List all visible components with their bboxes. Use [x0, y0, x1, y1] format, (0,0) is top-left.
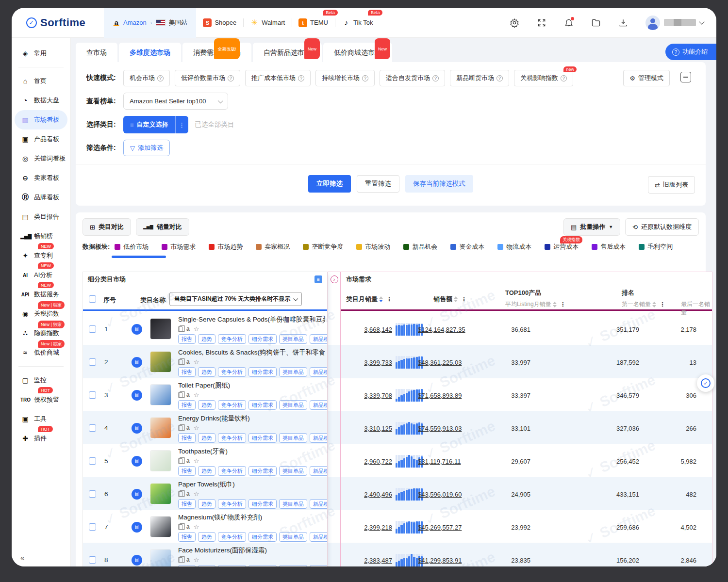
- apply-filter-button[interactable]: 立即筛选: [308, 175, 351, 193]
- row-checkbox[interactable]: [89, 325, 96, 333]
- marketplace-temu[interactable]: tTEMUBeta: [292, 8, 335, 38]
- revenue-header[interactable]: 销售额 ⋮: [433, 295, 467, 304]
- sidebar-item-market-board[interactable]: ▥市场看板: [15, 110, 67, 129]
- action-chip[interactable]: 类目单品: [279, 433, 307, 443]
- action-chip[interactable]: 细分需求: [248, 433, 277, 443]
- amazon-link-icon[interactable]: a: [186, 556, 190, 563]
- tab-consumer-demand[interactable]: 消费需求选市场全新改版!: [182, 43, 251, 62]
- column-menu-icon[interactable]: ⋮: [386, 296, 392, 303]
- sorftime-assistant-button[interactable]: ✓: [697, 374, 714, 392]
- sidebar-item-product-board[interactable]: ▣产品看板: [12, 129, 70, 149]
- collapse-sidebar-button[interactable]: «: [20, 553, 24, 562]
- quick-mode-chip[interactable]: 新品断货市场?: [450, 70, 509, 86]
- action-chip[interactable]: 竞争分析: [218, 367, 246, 377]
- sidebar-item-plugin[interactable]: ✚插件HOT: [12, 429, 70, 448]
- panel-pin-icon[interactable]: ≡: [314, 275, 322, 283]
- report-circle-icon[interactable]: 目: [132, 423, 142, 434]
- sidebar-item-tro-warning[interactable]: TRO侵权预警HOT: [12, 390, 70, 409]
- old-list-button[interactable]: ⇄ 旧版列表: [648, 176, 695, 194]
- action-chip[interactable]: 细分需求: [248, 499, 277, 509]
- amazon-link-icon[interactable]: a: [186, 358, 190, 365]
- report-circle-icon[interactable]: 目: [132, 555, 142, 566]
- category-compare-button[interactable]: ⊞ 类目对比: [83, 218, 131, 236]
- favorite-star-icon[interactable]: ☆: [194, 457, 199, 465]
- marketplace-walmart[interactable]: ✳Walmart: [243, 8, 292, 38]
- action-chip[interactable]: 细分需求: [248, 334, 277, 344]
- row-checkbox[interactable]: [89, 523, 96, 531]
- copy-icon[interactable]: [178, 524, 182, 530]
- action-chip[interactable]: 类目单品: [279, 532, 307, 542]
- quick-mode-chip[interactable]: 持续增长市场?: [315, 70, 375, 86]
- monthly-sales-link[interactable]: 2,960,722: [341, 458, 392, 465]
- copy-icon[interactable]: [178, 326, 182, 332]
- favorite-star-icon[interactable]: ☆: [194, 556, 199, 564]
- more-options-icon[interactable]: ⋮: [176, 116, 188, 133]
- action-chip[interactable]: 报告: [178, 433, 196, 443]
- notification-icon[interactable]: [564, 18, 574, 28]
- custom-category-button[interactable]: ≡自定义选择 ⋮: [123, 116, 188, 133]
- settings-icon[interactable]: [510, 18, 519, 28]
- tab-check-market[interactable]: 查市场: [76, 43, 117, 62]
- action-chip[interactable]: 竞争分析: [218, 466, 246, 476]
- revenue-link[interactable]: $124,164,827.35: [418, 326, 465, 333]
- action-chip[interactable]: 趋势: [198, 499, 215, 509]
- brand-logo[interactable]: ✓ Sorftime: [26, 16, 94, 29]
- report-circle-icon[interactable]: 目: [132, 489, 142, 500]
- quick-mode-chip[interactable]: 低评价数量市场?: [175, 70, 240, 86]
- marketplace-shopee[interactable]: SShopee: [196, 8, 243, 38]
- report-circle-icon[interactable]: 目: [132, 324, 142, 335]
- marketplace-amazon[interactable]: aAmazon›美国站: [104, 8, 196, 38]
- quick-mode-chip[interactable]: 适合自发货市场?: [380, 70, 445, 86]
- horizontal-scrollbar[interactable]: [83, 256, 699, 258]
- favorite-star-icon[interactable]: ☆: [194, 325, 199, 333]
- sidebar-item-home[interactable]: ⌂首页: [12, 71, 70, 91]
- tab-low-price-select[interactable]: 低价商城选市场New: [323, 43, 392, 62]
- action-chip[interactable]: 细分需求: [248, 367, 277, 377]
- column-menu-icon[interactable]: ⋮: [660, 301, 665, 308]
- monthly-sales-link[interactable]: 2,490,496: [341, 491, 392, 498]
- action-chip[interactable]: 趋势: [198, 466, 215, 476]
- copy-icon[interactable]: [178, 491, 182, 497]
- monthly-sales-header[interactable]: 类目月销量 ⋮: [346, 295, 392, 304]
- marketplace-tiktok[interactable]: ♪Tik TokBeta: [335, 8, 380, 38]
- action-chip[interactable]: 新品榜: [310, 565, 327, 566]
- account-menu[interactable]: [645, 16, 704, 30]
- copy-icon[interactable]: [178, 458, 182, 464]
- fullscreen-icon[interactable]: [537, 18, 546, 28]
- monthly-sales-link[interactable]: 3,399,733: [341, 359, 392, 366]
- action-chip[interactable]: 新品榜: [310, 433, 327, 443]
- action-chip[interactable]: 新品榜: [310, 400, 327, 410]
- revenue-link[interactable]: $71,658,893.89: [418, 392, 462, 399]
- first-sales-header[interactable]: 第一名销量 ⋮: [622, 300, 665, 308]
- action-chip[interactable]: 细分需求: [248, 532, 277, 542]
- action-chip[interactable]: 报告: [178, 334, 196, 344]
- action-chip[interactable]: 细分需求: [248, 400, 277, 410]
- report-circle-icon[interactable]: 目: [132, 456, 142, 467]
- report-circle-icon[interactable]: 目: [132, 390, 142, 401]
- action-chip[interactable]: 趋势: [198, 334, 215, 344]
- action-chip[interactable]: 报告: [178, 532, 196, 542]
- monthly-sales-link[interactable]: 3,310,125: [341, 425, 392, 432]
- action-chip[interactable]: 新品榜: [310, 499, 327, 509]
- revenue-link[interactable]: $45,269,557.27: [418, 524, 462, 531]
- action-chip[interactable]: 类目单品: [279, 367, 307, 377]
- action-chip[interactable]: 报告: [178, 499, 196, 509]
- favorite-star-icon[interactable]: ☆: [194, 358, 199, 366]
- sidebar-item-low-price-mall[interactable]: ≈低价商城New | 独家: [12, 343, 70, 362]
- folder-icon[interactable]: [591, 18, 601, 28]
- manage-mode-button[interactable]: ⚙ 管理模式: [623, 70, 670, 86]
- report-circle-icon[interactable]: 目: [132, 522, 142, 533]
- copy-icon[interactable]: [178, 425, 182, 431]
- select-all-checkbox[interactable]: [89, 295, 96, 303]
- action-chip[interactable]: 细分需求: [248, 466, 277, 476]
- expand-panel-icon[interactable]: ›: [331, 275, 338, 283]
- add-filter-button[interactable]: ▽ 添加筛选: [123, 140, 170, 156]
- batch-operations-button[interactable]: ▤ 批量操作 ▼: [563, 218, 620, 236]
- action-chip[interactable]: 竞争分析: [218, 499, 246, 509]
- sidebar-item-keyword-board[interactable]: ◎关键词看板: [12, 149, 70, 168]
- row-checkbox[interactable]: [89, 358, 96, 366]
- quick-mode-chip[interactable]: 推广成本低市场?: [245, 70, 311, 86]
- monthly-sales-link[interactable]: 3,668,142: [341, 326, 392, 333]
- action-chip[interactable]: 报告: [178, 466, 196, 476]
- action-chip[interactable]: 类目单品: [279, 334, 307, 344]
